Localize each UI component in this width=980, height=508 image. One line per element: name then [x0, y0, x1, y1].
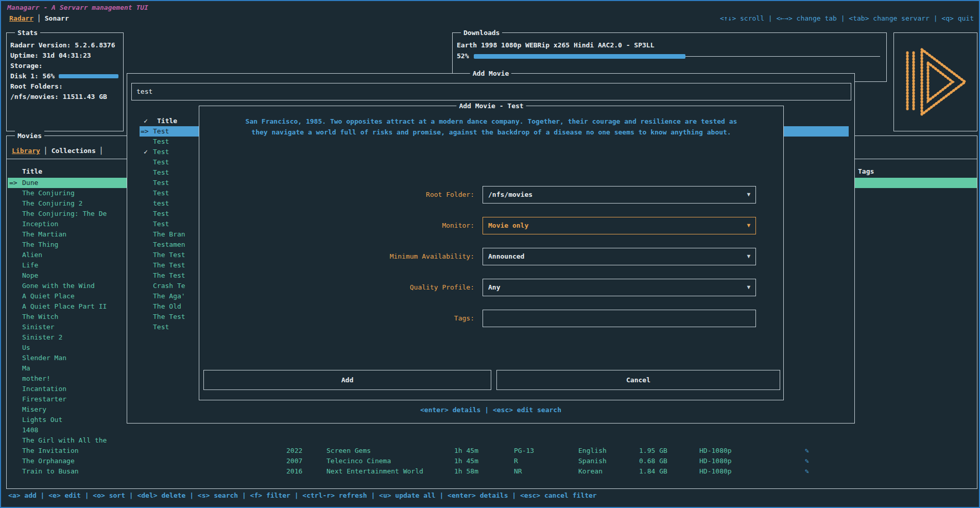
- movie-language: English: [578, 446, 607, 456]
- disk-usage-bar: [59, 74, 118, 78]
- servarr-tab-bar: Radarr│Sonarr: [9, 14, 69, 22]
- app-title: Managarr - A Servarr management TUI: [7, 4, 148, 11]
- result-title: Test: [153, 147, 169, 157]
- movie-studio: Next Entertainment World: [326, 466, 423, 477]
- quality-profile-value: Any: [488, 279, 500, 296]
- movie-runtime: 1h 58m: [454, 466, 478, 477]
- movie-studio: Screen Gems: [326, 446, 371, 456]
- search-input-value: test: [136, 88, 152, 95]
- movie-language: Spanish: [578, 456, 607, 466]
- root-folder-value: /nfs/movies: [488, 187, 532, 203]
- movie-title: Ma: [22, 363, 30, 374]
- modal-title: Add Movie - Test: [456, 101, 526, 111]
- result-title: Test: [153, 137, 169, 147]
- tags-input[interactable]: [483, 310, 756, 327]
- stats-panel-title: Stats: [15, 28, 40, 38]
- result-title: Test: [153, 209, 169, 219]
- movie-title: The Martian: [22, 229, 66, 240]
- movie-title: The Invitation: [22, 446, 79, 456]
- quality-profile-label: Quality Profile:: [199, 279, 474, 296]
- movie-row[interactable]: The Girl with All the: [8, 435, 977, 446]
- minimum-availability-dropdown[interactable]: Announced▼: [483, 248, 756, 265]
- movie-size: 1.84 GB: [639, 466, 667, 477]
- movie-year: 2007: [286, 456, 302, 466]
- download-progress-fill: [474, 54, 685, 59]
- monitor-label: Monitor:: [199, 217, 474, 234]
- tab-collections[interactable]: Collections: [51, 147, 96, 155]
- download-item-name: Earth 1998 1080p WEBRip x265 Hindi AAC2.…: [457, 40, 882, 50]
- download-progress-bar: [474, 54, 880, 59]
- movie-row[interactable]: The Invitation2022Screen Gems1h 45mPG-13…: [8, 446, 977, 456]
- monitor-value: Movie only: [488, 217, 528, 234]
- download-progress-track: [685, 56, 881, 57]
- quality-profile-field: Quality Profile:Any▼: [199, 279, 783, 296]
- results-header-title: Title: [157, 116, 177, 126]
- tab-separator: │: [44, 147, 48, 155]
- movie-title: The Orphanage: [22, 456, 75, 466]
- tags-label: Tags:: [199, 310, 474, 327]
- movie-title: Sinister 2: [22, 332, 62, 343]
- bottom-keybinds: <a> add | <e> edit | <o> sort | <del> de…: [8, 492, 597, 499]
- add-movie-modal: Add Movie - Test San Francisco, 1985. Tw…: [199, 106, 784, 400]
- monitor-dropdown[interactable]: Movie only▼: [483, 217, 756, 234]
- result-title: Test: [153, 188, 169, 198]
- result-title: Testamen: [153, 240, 185, 250]
- result-title: The Aga': [153, 291, 185, 301]
- tab-library[interactable]: Library: [12, 147, 40, 155]
- movie-row[interactable]: Train to Busan2016Next Entertainment Wor…: [8, 466, 977, 477]
- download-progress-row: 52%: [457, 50, 882, 62]
- movie-description-line: San Francisco, 1985. Two opposites attra…: [199, 116, 783, 127]
- root-folder-dropdown[interactable]: /nfs/movies▼: [483, 186, 756, 204]
- result-title: Test: [153, 126, 169, 137]
- disk-usage-row: Disk 1: 56%: [10, 71, 119, 81]
- tab-radarr[interactable]: Radarr: [9, 14, 33, 22]
- movie-title: Lights Out: [22, 415, 62, 425]
- movie-title: A Quiet Place: [22, 291, 75, 301]
- movie-title: The Conjuring: The De: [22, 209, 107, 219]
- cancel-button-label: Cancel: [626, 376, 650, 384]
- quality-profile-dropdown[interactable]: Any▼: [483, 279, 756, 296]
- cancel-button[interactable]: Cancel: [496, 370, 780, 390]
- movie-title: Train to Busan: [22, 466, 79, 477]
- movie-year: 2022: [286, 446, 302, 456]
- movie-quality: HD-1080p: [699, 446, 732, 456]
- results-header-check-icon: ✓: [144, 116, 148, 126]
- movie-runtime: 1h 45m: [454, 456, 478, 466]
- edit-icon[interactable]: ✎: [805, 456, 809, 466]
- movie-row[interactable]: 1408: [8, 425, 977, 435]
- monitor-field: Monitor:Movie only▼: [199, 217, 783, 234]
- movie-title: Gone with the Wind: [22, 281, 95, 291]
- logo-panel: [893, 32, 977, 131]
- result-title: Crash Te: [153, 281, 185, 291]
- tags-field: Tags:: [199, 310, 783, 327]
- movie-search-input[interactable]: test: [131, 83, 851, 100]
- storage-label: Storage:: [10, 61, 119, 71]
- movie-title: A Quiet Place Part II: [22, 301, 107, 312]
- movie-title: The Girl with All the: [22, 435, 107, 446]
- result-title: The Test: [153, 250, 185, 260]
- movie-quality: HD-1080p: [699, 466, 732, 477]
- edit-icon[interactable]: ✎: [805, 466, 809, 477]
- movie-quality: HD-1080p: [699, 456, 732, 466]
- movie-title: Inception: [22, 219, 58, 229]
- stats-panel: Stats Radarr Version: 5.2.6.8376 Uptime:…: [6, 32, 124, 131]
- root-folders-label: Root Folders:: [10, 81, 119, 92]
- movie-title: Nope: [22, 270, 38, 281]
- dropdown-arrow-icon: ▼: [747, 217, 750, 234]
- movie-title: Life: [22, 260, 38, 270]
- movie-title: Us: [22, 343, 30, 353]
- minimum-availability-label: Minimum Availability:: [199, 248, 474, 265]
- movies-panel-title: Movies: [15, 131, 44, 141]
- result-title: test: [153, 198, 169, 209]
- tab-sonarr[interactable]: Sonarr: [45, 14, 69, 22]
- movie-size: 0.68 GB: [639, 456, 667, 466]
- movie-rating: NR: [514, 466, 522, 477]
- movie-title: The Conjuring: [22, 188, 75, 198]
- add-button-label: Add: [341, 376, 353, 384]
- add-button[interactable]: Add: [203, 370, 491, 390]
- result-title: The Bran: [153, 229, 185, 240]
- movie-description-line: they navigate a world full of risks and …: [199, 127, 783, 138]
- edit-icon[interactable]: ✎: [805, 446, 809, 456]
- movie-row[interactable]: The Orphanage2007Telecinco Cinema1h 45mR…: [8, 456, 977, 466]
- tab-separator: │: [37, 14, 41, 22]
